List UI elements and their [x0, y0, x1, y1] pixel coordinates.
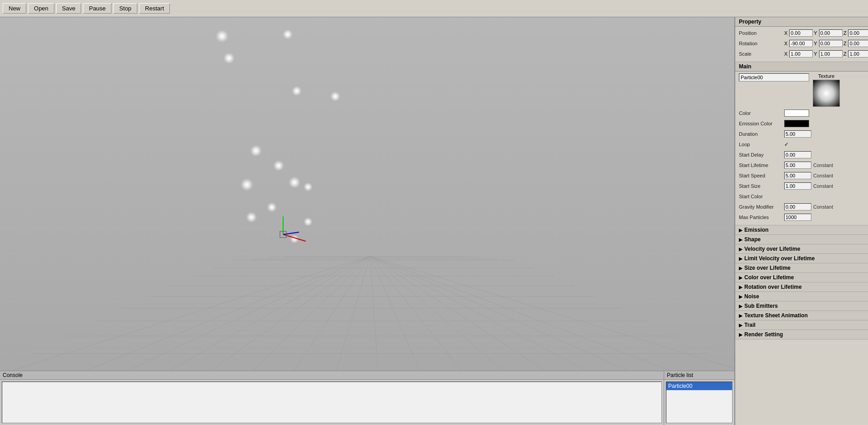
bottom-panels: Console Particle list Particle00 — [0, 371, 734, 425]
emission-color-swatch[interactable] — [784, 120, 809, 127]
loop-label: Loop — [739, 142, 784, 147]
start-lifetime-row: Start Lifetime Constant — [739, 161, 864, 170]
duration-row: Duration — [739, 129, 864, 138]
duration-label: Duration — [739, 131, 784, 137]
particle-name-input[interactable] — [739, 73, 809, 81]
section-noise[interactable]: ▶Noise — [735, 292, 868, 301]
duration-input[interactable] — [784, 130, 811, 138]
viewport[interactable] — [0, 17, 734, 371]
start-lifetime-input[interactable] — [784, 162, 811, 169]
rotation-row: Rotation X Y Z — [739, 39, 864, 48]
color-swatch[interactable] — [784, 110, 809, 117]
console-panel: Console — [0, 371, 664, 425]
name-texture-row: Texture — [739, 73, 864, 107]
section-trail[interactable]: ▶Trail — [735, 320, 868, 330]
scale-z-input[interactable] — [848, 50, 868, 57]
loop-row: Loop ✓ — [739, 140, 864, 149]
position-row: Position X Y Z — [739, 29, 864, 38]
start-size-row: Start Size Constant — [739, 181, 864, 191]
console-title: Console — [0, 371, 664, 380]
section-limit-velocity-over-lifetime[interactable]: ▶Limit Velocity over Lifetime — [735, 254, 868, 263]
scale-label: Scale — [739, 51, 784, 57]
color-label: Color — [739, 110, 784, 116]
texture-preview[interactable] — [813, 80, 840, 107]
start-color-row: Start Color — [739, 192, 864, 201]
rotation-label: Rotation — [739, 41, 784, 46]
section-emission[interactable]: ▶Emission — [735, 225, 868, 235]
texture-label: Texture — [818, 73, 834, 79]
start-lifetime-mode: Constant — [813, 162, 833, 168]
scale-y-input[interactable] — [819, 50, 843, 57]
save-button[interactable]: Save — [56, 3, 82, 14]
main-area: Console Particle list Particle00 Propert… — [0, 17, 868, 425]
particle-list-title: Particle list — [664, 371, 734, 380]
rotation-z-input[interactable] — [848, 40, 868, 47]
scale-row: Scale X Y Z — [739, 49, 864, 58]
new-button[interactable]: New — [3, 3, 26, 14]
start-size-input[interactable] — [784, 182, 811, 190]
position-coords: X Y Z — [784, 29, 868, 37]
start-delay-row: Start Delay — [739, 150, 864, 159]
rotation-y-input[interactable] — [819, 40, 843, 47]
scale-x-input[interactable] — [789, 50, 813, 57]
rotation-coords: X Y Z — [784, 40, 868, 47]
toolbar: New Open Save Pause Stop Restart — [0, 0, 868, 17]
max-particles-input[interactable] — [784, 214, 811, 221]
start-speed-label: Start Speed — [739, 173, 784, 178]
emission-color-label: Emission Color — [739, 121, 784, 126]
axis-gizmo — [274, 212, 319, 248]
section-texture-sheet-animation[interactable]: ▶Texture Sheet Animation — [735, 311, 868, 320]
start-speed-row: Start Speed Constant — [739, 171, 864, 180]
start-size-mode: Constant — [813, 183, 833, 189]
particle-list-panel: Particle list Particle00 — [664, 371, 734, 425]
section-color-over-lifetime[interactable]: ▶Color over Lifetime — [735, 273, 868, 282]
max-particles-row: Max Particles — [739, 213, 864, 222]
restart-button[interactable]: Restart — [139, 3, 170, 14]
transform-group: Position X Y Z Rotation X Y Z — [735, 27, 868, 62]
start-speed-mode: Constant — [813, 173, 833, 178]
position-x-input[interactable] — [789, 29, 813, 37]
gravity-label: Gravity Modifier — [739, 204, 784, 210]
rotation-x-input[interactable] — [789, 40, 813, 47]
collapsible-sections: ▶Emission▶Shape▶Velocity over Lifetime▶L… — [735, 225, 868, 339]
start-speed-input[interactable] — [784, 172, 811, 179]
start-size-label: Start Size — [739, 183, 784, 189]
main-section: Texture Color Emission Color Duration — [735, 72, 868, 225]
emission-color-row: Emission Color — [739, 119, 864, 128]
stop-button[interactable]: Stop — [113, 3, 137, 14]
position-label: Position — [739, 30, 784, 36]
console-content[interactable] — [2, 382, 662, 423]
property-title: Property — [735, 17, 868, 27]
viewport-column: Console Particle list Particle00 — [0, 17, 734, 425]
loop-checkbox[interactable]: ✓ — [784, 141, 789, 148]
start-color-label: Start Color — [739, 194, 784, 199]
section-sub-emitters[interactable]: ▶Sub Emitters — [735, 301, 868, 311]
section-shape[interactable]: ▶Shape — [735, 235, 868, 244]
texture-area: Texture — [813, 73, 840, 107]
section-size-over-lifetime[interactable]: ▶Size over Lifetime — [735, 263, 868, 273]
svg-line-33 — [283, 232, 299, 234]
particle-list-item[interactable]: Particle00 — [666, 382, 732, 390]
gravity-row: Gravity Modifier Constant — [739, 202, 864, 211]
position-z-input[interactable] — [848, 29, 868, 37]
position-y-input[interactable] — [819, 29, 843, 37]
section-render-setting[interactable]: ▶Render Setting — [735, 330, 868, 339]
start-delay-input[interactable] — [784, 151, 811, 158]
start-delay-label: Start Delay — [739, 152, 784, 158]
scale-coords: X Y Z — [784, 50, 868, 57]
gravity-input[interactable] — [784, 203, 811, 210]
svg-rect-0 — [0, 17, 734, 371]
gravity-mode: Constant — [813, 204, 833, 210]
start-lifetime-label: Start Lifetime — [739, 162, 784, 168]
grid-canvas — [0, 17, 734, 371]
right-panel: Property Position X Y Z Rotation X — [734, 17, 868, 425]
section-velocity-over-lifetime[interactable]: ▶Velocity over Lifetime — [735, 244, 868, 254]
pause-button[interactable]: Pause — [83, 3, 111, 14]
color-row: Color — [739, 109, 864, 118]
particle-list-content[interactable]: Particle00 — [666, 382, 733, 423]
main-title: Main — [735, 62, 868, 72]
max-particles-label: Max Particles — [739, 215, 784, 220]
section-rotation-over-lifetime[interactable]: ▶Rotation over Lifetime — [735, 282, 868, 292]
open-button[interactable]: Open — [28, 3, 54, 14]
